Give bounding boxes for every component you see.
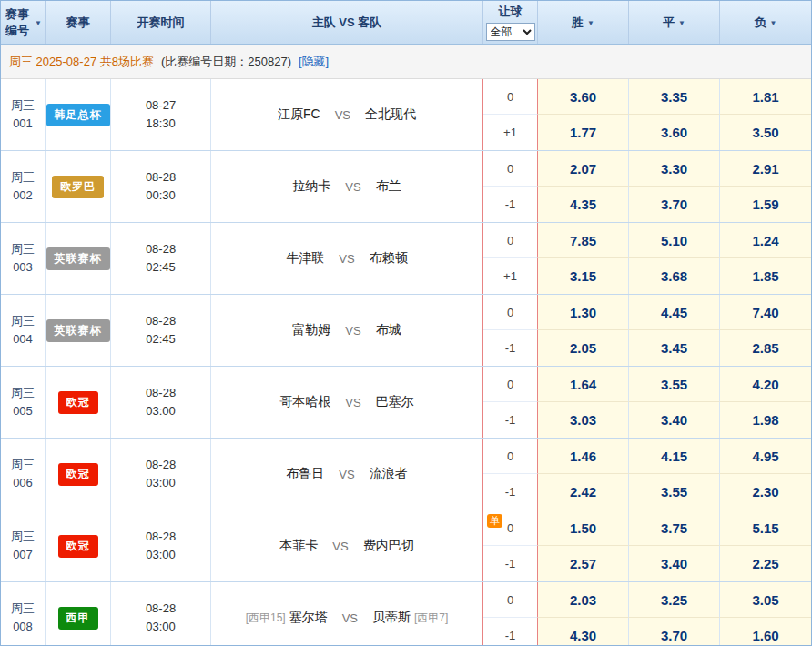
odds-win[interactable]: 3.60 [538, 79, 629, 115]
match-teams-cell[interactable]: 哥本哈根 VS 巴塞尔 [211, 367, 483, 438]
match-date: 08-28 [146, 240, 176, 258]
away-team[interactable]: 流浪者 [370, 466, 408, 482]
league-badge[interactable]: 欧冠 [58, 463, 98, 486]
odds-win[interactable]: 1.77 [538, 115, 629, 150]
league-badge[interactable]: 英联赛杯 [46, 319, 110, 342]
handicap-filter-select[interactable]: 全部 [486, 23, 535, 41]
col-header-match-id-label: 赛事编号 [4, 6, 31, 38]
odds-win[interactable]: 7.85 [538, 223, 629, 258]
odds-lose[interactable]: 1.59 [720, 187, 811, 222]
league-badge[interactable]: 西甲 [58, 607, 98, 630]
odds-win[interactable]: 1.64 [538, 367, 629, 402]
odds-draw[interactable]: 4.45 [629, 295, 720, 330]
odds-draw[interactable]: 3.35 [629, 79, 720, 115]
away-team[interactable]: 布赖顿 [370, 250, 408, 267]
league-badge[interactable]: 英联赛杯 [46, 247, 110, 270]
match-time-cell: 08-28 03:00 [111, 367, 211, 438]
away-team[interactable]: 巴塞尔 [376, 394, 414, 410]
away-team[interactable]: 布兰 [376, 178, 401, 195]
odds-win[interactable]: 1.50 [538, 510, 629, 546]
home-team[interactable]: 牛津联 [286, 250, 324, 267]
home-team[interactable]: 江原FC [278, 106, 320, 123]
odds-draw[interactable]: 3.75 [629, 510, 720, 546]
odds-draw[interactable]: 3.60 [629, 115, 720, 150]
odds-lose[interactable]: 2.91 [720, 151, 811, 187]
odds-lose[interactable]: 1.60 [720, 618, 811, 646]
vs-label: VS [345, 324, 360, 338]
home-team[interactable]: 拉纳卡 [292, 178, 330, 195]
home-team[interactable]: 本菲卡 [279, 538, 318, 554]
home-team[interactable]: 布鲁日 [286, 466, 324, 482]
away-rank: [西甲7] [414, 611, 448, 626]
odds-win[interactable]: 3.15 [538, 258, 629, 294]
hide-link[interactable]: [隐藏] [299, 54, 329, 70]
col-header-league: 赛事 [46, 1, 111, 44]
odds-draw[interactable]: 3.40 [629, 402, 720, 438]
league-badge[interactable]: 欧冠 [58, 535, 98, 558]
odds-lose[interactable]: 1.85 [720, 258, 811, 294]
match-teams-cell[interactable]: [西甲15] 塞尔塔 VS 贝蒂斯 [西甲7] [211, 582, 483, 646]
odds-win[interactable]: 2.07 [538, 151, 629, 187]
league-badge[interactable]: 欧罗巴 [52, 176, 104, 198]
match-teams-cell[interactable]: 本菲卡 VS 费内巴切 [211, 510, 483, 581]
odds-lose[interactable]: 2.85 [720, 330, 811, 366]
match-teams-cell[interactable]: 江原FC VS 全北现代 [211, 79, 483, 150]
odds-draw[interactable]: 4.15 [629, 439, 720, 474]
odds-win[interactable]: 2.57 [538, 546, 629, 581]
odds-win[interactable]: 2.05 [538, 330, 629, 366]
col-header-win[interactable]: 胜 ▼ [538, 1, 629, 44]
col-header-draw[interactable]: 平 ▼ [629, 1, 720, 44]
odds-draw[interactable]: 3.25 [629, 582, 720, 618]
odds-lose[interactable]: 1.24 [720, 223, 811, 258]
odds-lose[interactable]: 1.98 [720, 402, 811, 438]
odds-lose[interactable]: 2.30 [720, 474, 811, 510]
league-badge[interactable]: 欧冠 [58, 391, 98, 414]
odds-lose[interactable]: 7.40 [720, 295, 811, 330]
handicap-cell: +1 [483, 115, 538, 150]
league-cell: 欧冠 [46, 367, 111, 438]
league-badge[interactable]: 韩足总杯 [46, 104, 110, 126]
odds-draw[interactable]: 3.45 [629, 330, 720, 366]
odds-lose[interactable]: 2.25 [720, 546, 811, 581]
match-teams-cell[interactable]: 牛津联 VS 布赖顿 [211, 223, 483, 294]
odds-draw[interactable]: 3.70 [629, 187, 720, 222]
odds-win[interactable]: 3.03 [538, 402, 629, 438]
col-header-lose[interactable]: 负 ▼ [720, 1, 811, 44]
col-header-lose-label: 负 [755, 15, 766, 31]
odds-win[interactable]: 1.30 [538, 295, 629, 330]
match-teams-cell[interactable]: 布鲁日 VS 流浪者 [211, 439, 483, 510]
home-team[interactable]: 塞尔塔 [289, 610, 328, 626]
match-day: 周三 [11, 600, 35, 618]
odds-draw[interactable]: 3.55 [629, 474, 720, 510]
odds-win[interactable]: 2.03 [538, 582, 629, 618]
away-team[interactable]: 费内巴切 [363, 538, 414, 554]
odds-lose[interactable]: 3.50 [720, 115, 811, 150]
odds-lose[interactable]: 5.15 [720, 510, 811, 546]
match-row: 周三 003 英联赛杯 08-28 02:45 牛津联 VS 布赖顿 0 7.8… [1, 223, 811, 295]
odds-draw[interactable]: 5.10 [629, 223, 720, 258]
away-team[interactable]: 贝蒂斯 [372, 610, 411, 626]
chevron-down-icon: ▼ [35, 19, 42, 27]
odds-draw[interactable]: 3.68 [629, 258, 720, 294]
odds-lose[interactable]: 4.95 [720, 439, 811, 474]
col-header-match-id[interactable]: 赛事编号 ▼ [1, 1, 46, 44]
odds-draw[interactable]: 3.70 [629, 618, 720, 646]
home-team[interactable]: 富勒姆 [292, 322, 330, 338]
odds-draw[interactable]: 3.40 [629, 546, 720, 581]
odds-lose[interactable]: 3.05 [720, 582, 811, 618]
odds-draw[interactable]: 3.30 [629, 151, 720, 187]
match-teams-cell[interactable]: 拉纳卡 VS 布兰 [211, 151, 483, 222]
odds-lose[interactable]: 4.20 [720, 367, 811, 402]
odds-win[interactable]: 1.46 [538, 439, 629, 474]
odds-table: 赛事编号 ▼ 赛事 开赛时间 主队 VS 客队 让球 全部 胜 ▼ 平 ▼ 负 … [0, 0, 812, 646]
odds-win[interactable]: 2.42 [538, 474, 629, 510]
odds-draw[interactable]: 3.55 [629, 367, 720, 402]
odds-win[interactable]: 4.30 [538, 618, 629, 646]
match-teams-cell[interactable]: 富勒姆 VS 布城 [211, 295, 483, 366]
odds-lose[interactable]: 1.81 [720, 79, 811, 115]
away-team[interactable]: 布城 [376, 322, 401, 338]
home-team[interactable]: 哥本哈根 [279, 394, 330, 410]
match-id-cell: 周三 004 [1, 295, 46, 366]
away-team[interactable]: 全北现代 [365, 106, 416, 123]
odds-win[interactable]: 4.35 [538, 187, 629, 222]
